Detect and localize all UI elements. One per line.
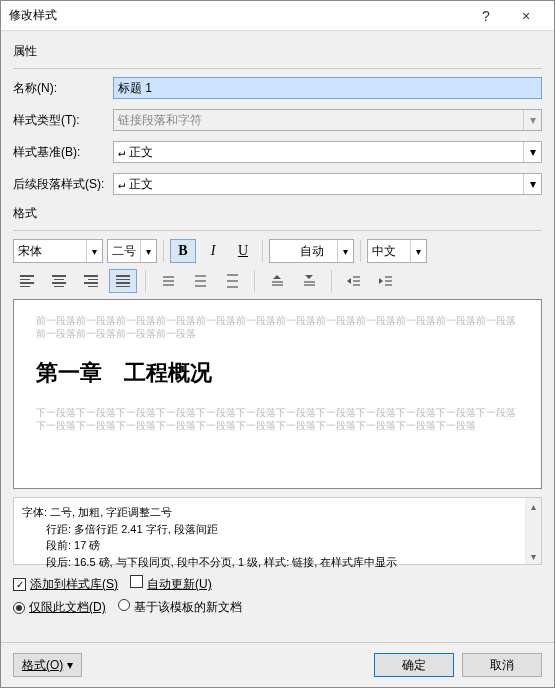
preview-heading: 第一章 工程概况 — [36, 358, 519, 388]
align-center-button[interactable] — [45, 269, 73, 293]
following-row: 后续段落样式(S): ↵ 正文 ▾ — [13, 173, 542, 195]
font-name-combo[interactable]: 宋体 ▾ — [13, 239, 103, 263]
return-icon: ↵ — [118, 145, 125, 159]
line-spacing-2-button[interactable] — [218, 269, 246, 293]
format-menu-label: 格式(O) — [22, 657, 63, 674]
add-to-gallery-checkbox[interactable]: ✓添加到样式库(S) — [13, 576, 118, 593]
font-name-value: 宋体 — [18, 243, 42, 260]
desc-line: 字体: 二号, 加粗, 字距调整二号 — [22, 504, 533, 521]
desc-line: 段后: 16.5 磅, 与下段同页, 段中不分页, 1 级, 样式: 链接, 在… — [22, 554, 533, 571]
titlebar: 修改样式 ? × — [1, 1, 554, 31]
style-description: 字体: 二号, 加粗, 字距调整二号 行距: 多倍行距 2.41 字行, 段落间… — [13, 497, 542, 565]
this-doc-label: 仅限此文档(D) — [29, 600, 106, 614]
chevron-down-icon: ▾ — [337, 240, 353, 262]
indent-decrease-button[interactable] — [340, 269, 368, 293]
help-button[interactable]: ? — [466, 2, 506, 30]
align-justify-button[interactable] — [109, 269, 137, 293]
space-before-inc-button[interactable] — [263, 269, 291, 293]
checkbox-icon — [130, 575, 143, 588]
underline-button[interactable]: U — [230, 239, 256, 263]
desc-line: 行距: 多倍行距 2.41 字行, 段落间距 — [22, 521, 533, 538]
separator — [360, 240, 361, 262]
style-type-combo: 链接段落和字符 ▾ — [113, 109, 542, 131]
ok-button[interactable]: 确定 — [374, 653, 454, 677]
radio-checked-icon — [13, 602, 25, 614]
format-menu-button[interactable]: 格式(O) ▾ — [13, 653, 82, 677]
font-color-value: 自动 — [300, 243, 324, 260]
chevron-down-icon: ▾ — [140, 240, 156, 262]
italic-button[interactable]: I — [200, 239, 226, 263]
font-size-combo[interactable]: 二号 ▾ — [107, 239, 157, 263]
name-input[interactable] — [113, 77, 542, 99]
following-value: 正文 — [129, 176, 153, 193]
format-section-label: 格式 — [13, 205, 542, 222]
svg-marker-12 — [305, 275, 313, 279]
scrollbar[interactable]: ▴ ▾ — [525, 498, 541, 564]
indent-increase-button[interactable] — [372, 269, 400, 293]
options-group: ✓添加到样式库(S) 自动更新(U) 仅限此文档(D) 基于该模板的新文档 — [13, 575, 542, 616]
align-right-button[interactable] — [77, 269, 105, 293]
line-spacing-15-button[interactable] — [186, 269, 214, 293]
add-to-gallery-label: 添加到样式库(S) — [30, 577, 118, 591]
space-before-dec-button[interactable] — [295, 269, 323, 293]
based-on-label: 样式基准(B): — [13, 144, 113, 161]
divider — [13, 230, 542, 231]
close-button[interactable]: × — [506, 2, 546, 30]
name-label: 名称(N): — [13, 80, 113, 97]
font-size-value: 二号 — [112, 243, 136, 260]
paragraph-toolbar — [13, 269, 542, 293]
following-label: 后续段落样式(S): — [13, 176, 113, 193]
style-type-row: 样式类型(T): 链接段落和字符 ▾ — [13, 109, 542, 131]
chevron-down-icon: ▾ — [523, 142, 541, 162]
chevron-down-icon: ▾ — [523, 174, 541, 194]
dialog-title: 修改样式 — [9, 7, 466, 24]
checkbox-checked-icon: ✓ — [13, 578, 26, 591]
align-left-button[interactable] — [13, 269, 41, 293]
template-label: 基于该模板的新文档 — [134, 600, 242, 614]
name-row: 名称(N): — [13, 77, 542, 99]
based-on-row: 样式基准(B): ↵ 正文 ▾ — [13, 141, 542, 163]
auto-update-label: 自动更新(U) — [147, 577, 212, 591]
dialog-footer: 格式(O) ▾ 确定 取消 — [1, 642, 554, 687]
svg-marker-9 — [273, 275, 281, 279]
auto-update-checkbox[interactable]: 自动更新(U) — [130, 575, 212, 593]
style-type-value: 链接段落和字符 — [118, 112, 202, 129]
chevron-down-icon: ▾ — [67, 658, 73, 672]
language-value: 中文 — [372, 243, 396, 260]
bold-button[interactable]: B — [170, 239, 196, 263]
separator — [145, 270, 146, 292]
svg-marker-15 — [347, 278, 351, 284]
preview-pane: 前一段落前一段落前一段落前一段落前一段落前一段落前一段落前一段落前一段落前一段落… — [13, 299, 542, 489]
based-on-combo[interactable]: ↵ 正文 ▾ — [113, 141, 542, 163]
chevron-down-icon: ▾ — [410, 240, 426, 262]
line-spacing-1-button[interactable] — [154, 269, 182, 293]
divider — [13, 68, 542, 69]
this-doc-radio[interactable]: 仅限此文档(D) — [13, 599, 106, 616]
properties-section-label: 属性 — [13, 43, 542, 60]
style-type-label: 样式类型(T): — [13, 112, 113, 129]
scroll-down-icon[interactable]: ▾ — [531, 548, 536, 564]
modify-style-dialog: 修改样式 ? × 属性 名称(N): 样式类型(T): 链接段落和字符 ▾ 样式… — [0, 0, 555, 688]
desc-line: 段前: 17 磅 — [22, 537, 533, 554]
template-radio[interactable]: 基于该模板的新文档 — [118, 599, 242, 616]
preview-after-text: 下一段落下一段落下一段落下一段落下一段落下一段落下一段落下一段落下一段落下一段落… — [36, 406, 519, 432]
separator — [262, 240, 263, 262]
scroll-up-icon[interactable]: ▴ — [531, 498, 536, 514]
based-on-value: 正文 — [129, 144, 153, 161]
svg-marker-19 — [379, 278, 383, 284]
return-icon: ↵ — [118, 177, 125, 191]
font-color-combo[interactable]: 自动 ▾ — [269, 239, 354, 263]
separator — [163, 240, 164, 262]
chevron-down-icon: ▾ — [523, 110, 541, 130]
dialog-content: 属性 名称(N): 样式类型(T): 链接段落和字符 ▾ 样式基准(B): ↵ … — [1, 31, 554, 642]
cancel-button[interactable]: 取消 — [462, 653, 542, 677]
following-combo[interactable]: ↵ 正文 ▾ — [113, 173, 542, 195]
radio-icon — [118, 599, 130, 611]
chevron-down-icon: ▾ — [86, 240, 102, 262]
separator — [331, 270, 332, 292]
preview-before-text: 前一段落前一段落前一段落前一段落前一段落前一段落前一段落前一段落前一段落前一段落… — [36, 314, 519, 340]
font-toolbar: 宋体 ▾ 二号 ▾ B I U 自动 ▾ 中文 ▾ — [13, 239, 542, 263]
separator — [254, 270, 255, 292]
language-combo[interactable]: 中文 ▾ — [367, 239, 427, 263]
